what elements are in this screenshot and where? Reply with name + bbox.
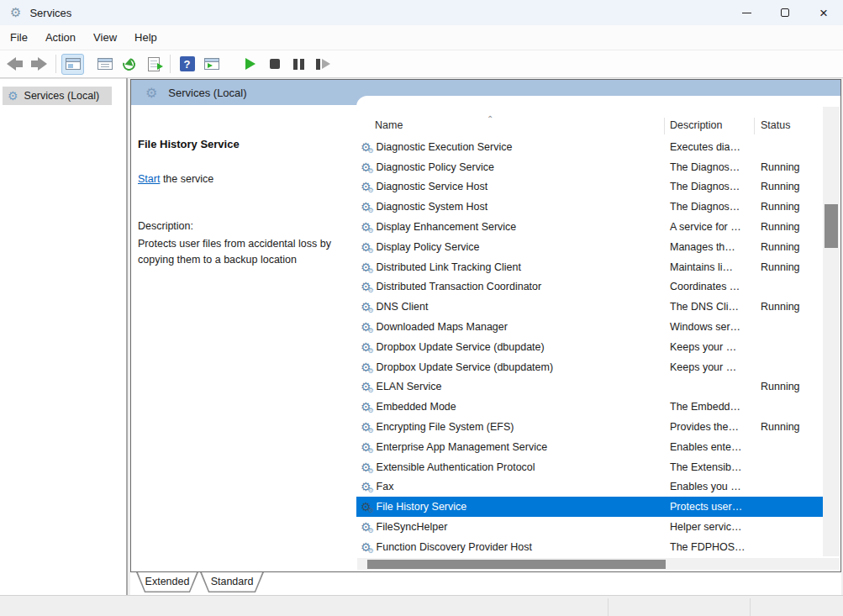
- service-description: Helper servic…: [670, 521, 741, 533]
- properties-button[interactable]: [93, 54, 116, 75]
- horizontal-scrollbar-thumb[interactable]: [367, 560, 666, 569]
- service-description: Enables you …: [670, 481, 741, 492]
- table-row[interactable]: ⚙⚙Diagnostic Execution ServiceExecutes d…: [356, 137, 823, 157]
- service-description: Protects user…: [670, 501, 742, 513]
- column-header-status[interactable]: Status: [761, 119, 790, 131]
- service-gear-icon: ⚙⚙: [361, 381, 371, 392]
- refresh-icon: [120, 55, 137, 72]
- show-action-pane-button[interactable]: [200, 54, 223, 75]
- service-status: Running: [761, 161, 800, 173]
- service-name: Diagnostic Service Host: [377, 181, 488, 192]
- menu-action[interactable]: Action: [37, 28, 84, 47]
- service-gear-icon: ⚙⚙: [361, 421, 371, 433]
- tab-standard[interactable]: Standard: [200, 572, 264, 592]
- table-row[interactable]: ⚙⚙Enterprise App Management ServiceEnabl…: [356, 437, 823, 457]
- table-row[interactable]: ⚙⚙ELAN ServiceRunning: [356, 377, 823, 398]
- show-console-tree-button[interactable]: [61, 54, 84, 75]
- table-row[interactable]: ⚙⚙Encrypting File System (EFS)Provides t…: [356, 417, 823, 437]
- divider: [608, 598, 609, 616]
- column-header-name[interactable]: Name: [375, 119, 403, 131]
- toolbar: ?: [0, 50, 843, 78]
- export-list-button[interactable]: [142, 54, 165, 75]
- properties-icon: [97, 58, 113, 70]
- minimize-icon: [742, 13, 751, 13]
- tab-extended-label: Extended: [145, 576, 190, 587]
- close-button[interactable]: ×: [804, 0, 843, 25]
- column-separator[interactable]: [664, 118, 665, 134]
- service-description: Enables ente…: [670, 441, 741, 453]
- service-gear-icon: ⚙⚙: [361, 321, 371, 333]
- services-window: ⚙ Services × File Action View Help: [0, 0, 843, 616]
- view-pane: ⚙ Services (Local) File History Service …: [130, 79, 841, 572]
- service-name: Distributed Transaction Coordinator: [377, 281, 542, 292]
- forward-icon: [31, 57, 47, 71]
- table-row[interactable]: ⚙⚙Extensible Authentication ProtocolThe …: [356, 457, 823, 477]
- service-name: Embedded Mode: [377, 401, 456, 413]
- table-row[interactable]: ⚙⚙Dropbox Update Service (dbupdate)Keeps…: [356, 337, 823, 357]
- window-title: Services: [29, 7, 71, 19]
- stop-service-button[interactable]: [263, 54, 286, 75]
- menu-file[interactable]: File: [2, 28, 36, 47]
- pane-splitter[interactable]: [126, 78, 128, 595]
- menu-help[interactable]: Help: [126, 28, 166, 47]
- service-gear-icon: ⚙⚙: [361, 441, 371, 453]
- table-row[interactable]: ⚙⚙Embedded ModeThe Embedd…: [356, 397, 823, 417]
- start-service-button[interactable]: [239, 54, 261, 75]
- service-status: Running: [761, 301, 800, 313]
- help-button[interactable]: ?: [176, 54, 198, 75]
- restart-service-button[interactable]: [312, 54, 335, 75]
- service-gear-icon: ⚙⚙: [361, 341, 371, 353]
- table-row[interactable]: ⚙⚙Distributed Link Tracking ClientMainta…: [356, 257, 823, 277]
- table-row[interactable]: ⚙⚙DNS ClientThe DNS Cli…Running: [356, 297, 823, 317]
- services-list-panel: ⌃ Name Description Status ⚙⚙Diagnostic E…: [356, 96, 840, 571]
- toolbar-separator: [55, 55, 56, 73]
- forward-button[interactable]: [28, 54, 50, 75]
- tab-extended[interactable]: Extended: [136, 572, 198, 592]
- table-row[interactable]: ⚙⚙Dropbox Update Service (dbupdatem)Keep…: [356, 357, 823, 377]
- column-separator[interactable]: [754, 118, 755, 134]
- services-gear-icon: ⚙: [8, 89, 18, 103]
- description-label: Description:: [138, 220, 193, 232]
- maximize-button[interactable]: [766, 0, 804, 25]
- menu-bar: File Action View Help: [0, 25, 843, 50]
- table-row[interactable]: ⚙⚙Diagnostic Policy ServiceThe Diagnos…R…: [356, 157, 823, 177]
- maximize-icon: [781, 8, 789, 17]
- service-gear-icon: ⚙⚙: [361, 401, 371, 413]
- table-row[interactable]: ⚙⚙Distributed Transaction CoordinatorCoo…: [356, 277, 823, 297]
- table-row[interactable]: ⚙⚙FileSyncHelperHelper servic…: [356, 517, 823, 537]
- service-name: Function Discovery Provider Host: [377, 541, 532, 553]
- pause-service-button[interactable]: [287, 54, 310, 75]
- horizontal-scrollbar[interactable]: [357, 558, 840, 570]
- service-gear-icon: ⚙⚙: [361, 461, 371, 473]
- start-icon: [245, 58, 256, 70]
- service-description: Windows ser…: [670, 321, 740, 333]
- service-status: Running: [761, 201, 800, 213]
- vertical-scrollbar-thumb[interactable]: [825, 204, 838, 248]
- table-row[interactable]: ⚙⚙FaxEnables you …: [356, 477, 823, 498]
- refresh-button[interactable]: [118, 54, 140, 75]
- view-header-title: Services (Local): [168, 87, 246, 99]
- table-row[interactable]: ⚙⚙Diagnostic System HostThe Diagnos…Runn…: [356, 197, 823, 217]
- service-status: Running: [761, 181, 800, 192]
- vertical-scrollbar[interactable]: [823, 107, 840, 556]
- service-gear-icon: ⚙⚙: [361, 301, 371, 313]
- service-gear-icon: ⚙⚙: [361, 501, 371, 513]
- service-name: Display Policy Service: [377, 241, 480, 253]
- service-name: Encrypting File System (EFS): [377, 421, 514, 433]
- column-header-description[interactable]: Description: [670, 119, 723, 131]
- minimize-button[interactable]: [727, 0, 766, 25]
- service-name: Dropbox Update Service (dbupdatem): [377, 361, 554, 373]
- service-name: Distributed Link Tracking Client: [377, 261, 521, 273]
- table-row[interactable]: ⚙⚙Display Policy ServiceManages th…Runni…: [356, 237, 823, 257]
- table-row[interactable]: ⚙⚙Diagnostic Service HostThe Diagnos…Run…: [356, 177, 823, 197]
- table-row[interactable]: ⚙⚙Downloaded Maps ManagerWindows ser…: [356, 317, 823, 337]
- table-row[interactable]: ⚙⚙File History ServiceProtects user…: [356, 497, 823, 517]
- table-row[interactable]: ⚙⚙Display Enhancement ServiceA service f…: [356, 217, 823, 237]
- services-gear-icon: ⚙: [145, 85, 157, 101]
- table-row[interactable]: ⚙⚙Function Discovery Provider HostThe FD…: [356, 537, 823, 557]
- service-name: File History Service: [377, 501, 467, 513]
- start-service-link[interactable]: Start: [138, 173, 160, 185]
- tree-item-services-local[interactable]: ⚙ Services (Local): [3, 87, 112, 105]
- menu-view[interactable]: View: [85, 28, 125, 47]
- back-button[interactable]: [3, 54, 26, 75]
